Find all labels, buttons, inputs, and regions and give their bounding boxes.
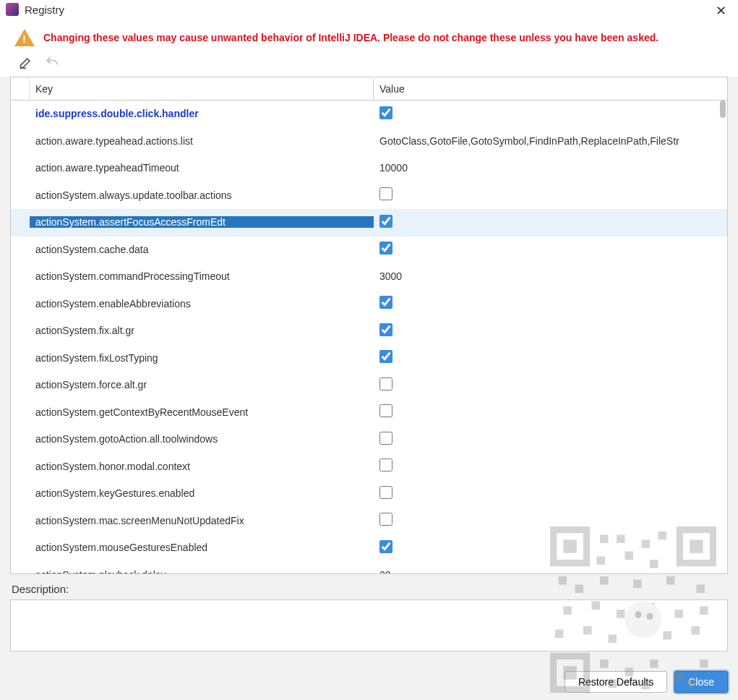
undo-icon [45,55,61,71]
table-row[interactable]: actionSystem.mac.screenMenuNotUpdatedFix [11,508,727,535]
warning-icon [14,29,35,46]
value-checkbox[interactable] [379,404,392,417]
window-title: Registry [25,4,64,16]
registry-value[interactable]: 20 [374,569,727,574]
value-checkbox[interactable] [379,242,392,255]
registry-key[interactable]: actionSystem.enableAbbreviations [30,298,374,310]
value-checkbox[interactable] [379,296,392,309]
value-checkbox[interactable] [379,187,392,200]
edit-icon[interactable] [19,55,35,71]
column-header-key[interactable]: Key [30,79,374,99]
table-row[interactable]: actionSystem.playback.delay20 [11,562,727,575]
titlebar: Registry ✕ [0,0,738,19]
warning-banner: Changing these values may cause unwanted… [0,19,738,51]
registry-value[interactable] [374,377,727,393]
registry-key[interactable]: action.aware.typeaheadTimeout [30,162,374,174]
registry-key[interactable]: actionSystem.gotoAction.all.toolwindows [30,433,374,445]
value-checkbox[interactable] [379,106,392,119]
registry-key[interactable]: actionSystem.force.alt.gr [30,379,374,390]
value-checkbox[interactable] [379,486,392,499]
registry-value[interactable] [374,242,727,257]
app-icon [6,3,19,16]
dialog-footer: Restore Defaults Close [565,671,728,693]
table-body[interactable]: ide.suppress.double.click.handleraction.… [11,101,727,574]
value-checkbox[interactable] [379,350,392,363]
table-row[interactable]: ide.suppress.double.click.handler [11,101,727,128]
scrollbar[interactable] [717,101,727,574]
registry-key[interactable]: actionSystem.getContextByRecentMouseEven… [30,406,374,418]
table-row[interactable]: actionSystem.cache.data [11,236,727,264]
registry-value[interactable]: GotoClass,GotoFile,GotoSymbol,FindInPath… [374,135,727,147]
registry-value[interactable] [374,215,727,230]
table-row[interactable]: actionSystem.force.alt.gr [11,372,727,399]
registry-value[interactable]: 10000 [374,162,727,174]
registry-value[interactable] [374,458,727,474]
registry-value[interactable] [374,296,727,311]
registry-value[interactable] [374,187,727,202]
table-row[interactable]: actionSystem.getContextByRecentMouseEven… [11,399,727,427]
table-row[interactable]: actionSystem.assertFocusAccessFromEdt [11,209,727,236]
registry-value[interactable]: 3000 [374,270,727,282]
svg-rect-36 [700,660,708,668]
table-header: Key Value [11,77,727,101]
registry-value[interactable] [374,350,727,365]
registry-value[interactable] [374,432,727,447]
table-row[interactable]: actionSystem.mouseGesturesEnabled [11,534,727,562]
toolbar [0,51,738,77]
registry-key[interactable]: actionSystem.assertFocusAccessFromEdt [30,216,374,228]
close-button[interactable]: Close [674,671,728,693]
svg-rect-32 [600,660,609,668]
table-row[interactable]: action.aware.typeahead.actions.listGotoC… [11,128,727,155]
value-checkbox[interactable] [379,458,392,471]
value-checkbox[interactable] [379,513,392,526]
table-row[interactable]: actionSystem.enableAbbreviations [11,291,727,318]
column-header-value[interactable]: Value [374,79,727,99]
registry-key[interactable]: actionSystem.honor.modal.context [30,461,374,472]
registry-value[interactable] [374,404,727,419]
restore-defaults-button[interactable]: Restore Defaults [565,671,667,693]
value-checkbox[interactable] [379,215,392,228]
table-row[interactable]: actionSystem.fixLostTyping [11,345,727,372]
registry-key[interactable]: actionSystem.keyGestures.enabled [30,487,374,499]
registry-key[interactable]: actionSystem.fix.alt.gr [30,325,374,336]
registry-table: Key Value ide.suppress.double.click.hand… [10,77,728,574]
registry-key[interactable]: action.aware.typeahead.actions.list [30,135,374,147]
registry-key[interactable]: actionSystem.mac.screenMenuNotUpdatedFix [30,515,374,526]
value-checkbox[interactable] [379,540,392,553]
value-checkbox[interactable] [379,377,392,390]
registry-key[interactable]: actionSystem.always.update.toolbar.actio… [30,189,374,201]
description-section: Description: [10,580,728,652]
registry-key[interactable]: actionSystem.fixLostTyping [30,352,374,364]
registry-value[interactable] [374,540,727,555]
table-row[interactable]: actionSystem.always.update.toolbar.actio… [11,182,727,210]
registry-key[interactable]: ide.suppress.double.click.handler [30,108,374,119]
registry-value[interactable] [374,106,727,121]
value-checkbox[interactable] [379,432,392,445]
registry-key[interactable]: actionSystem.cache.data [30,244,374,255]
svg-rect-34 [650,660,658,668]
table-row[interactable]: actionSystem.keyGestures.enabled [11,480,727,508]
registry-value[interactable] [374,513,727,528]
description-box[interactable] [10,599,728,652]
table-row[interactable]: actionSystem.commandProcessingTimeout300… [11,263,727,291]
registry-key[interactable]: actionSystem.playback.delay [30,569,374,574]
table-row[interactable]: action.aware.typeaheadTimeout10000 [11,155,727,182]
header-gutter [11,77,30,100]
table-row[interactable]: actionSystem.honor.modal.context [11,453,727,481]
registry-value[interactable] [374,323,727,338]
scrollbar-thumb[interactable] [720,101,726,118]
registry-key[interactable]: actionSystem.commandProcessingTimeout [30,270,374,282]
description-label: Description: [10,580,728,599]
value-checkbox[interactable] [379,323,392,336]
registry-value[interactable] [374,486,727,501]
table-row[interactable]: actionSystem.fix.alt.gr [11,317,727,345]
table-row[interactable]: actionSystem.gotoAction.all.toolwindows [11,426,727,453]
close-icon[interactable]: ✕ [711,1,731,20]
warning-text: Changing these values may cause unwanted… [43,32,658,43]
registry-key[interactable]: actionSystem.mouseGesturesEnabled [30,542,374,553]
